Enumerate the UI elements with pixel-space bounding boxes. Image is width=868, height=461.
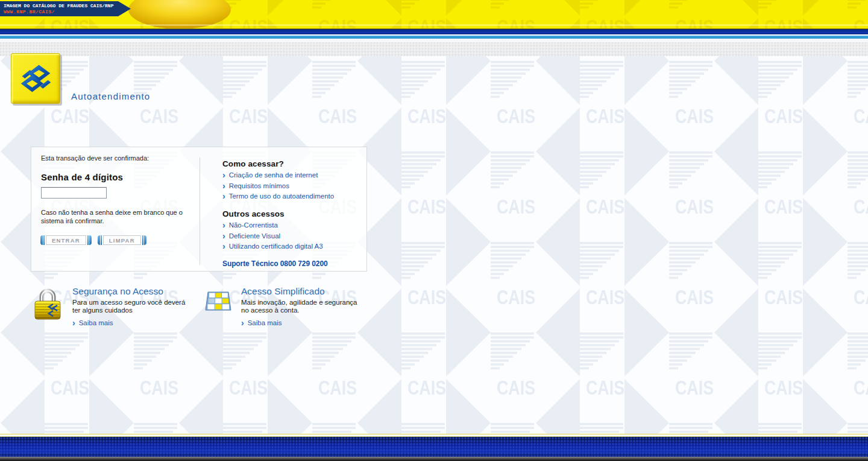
password-note: Caso não tenha a senha deixe em branco q… <box>41 208 190 225</box>
button-row: ENTRAR LIMPAR <box>40 235 153 245</box>
button-right-cap-icon <box>89 235 92 245</box>
help-link[interactable]: Termo de uso do autoatendimento <box>222 192 334 200</box>
page-title: Autoatendimento <box>71 91 150 101</box>
password-label: Senha de 4 dígitos <box>41 172 123 182</box>
button-right-bar-icon <box>142 235 143 245</box>
saiba-mais-label: Saiba mais <box>79 319 113 326</box>
button-left-cap-icon <box>98 235 100 245</box>
support-phone: Suporte Técnico 0800 729 0200 <box>222 259 328 268</box>
como-acessar-heading: Como acessar? <box>222 159 284 168</box>
chevron-right-icon <box>222 172 225 178</box>
ribbon-url[interactable]: WWW.RNP.BR/CAIS/ <box>4 9 55 14</box>
fraud-catalog-ribbon: IMAGEM DO CATÁLOGO DE FRAUDES CAIS/RNP W… <box>0 1 134 17</box>
ribbon-title: IMAGEM DO CATÁLOGO DE FRAUDES CAIS/RNP <box>4 3 113 8</box>
chevron-right-icon <box>72 320 75 326</box>
help-link-label: Utilizando certificado digital A3 <box>229 243 323 250</box>
como-acessar-links: Criação de senha de internet Requisitos … <box>222 171 334 203</box>
limpar-button[interactable]: LIMPAR <box>98 235 146 245</box>
feature-title: Acesso Simplificado <box>241 286 325 297</box>
chevron-right-icon <box>222 193 225 199</box>
bottom-strip <box>0 457 868 461</box>
login-panel: Esta transação deve ser confirmada: Senh… <box>31 147 367 272</box>
limpar-button-label: LIMPAR <box>103 235 141 245</box>
help-link-label: Criação de senha de internet <box>229 171 318 179</box>
chevron-right-icon <box>222 222 225 228</box>
button-right-cap-icon <box>144 235 146 245</box>
button-left-bar-icon <box>101 235 102 245</box>
entrar-button-label: ENTRAR <box>46 235 86 245</box>
button-right-bar-icon <box>87 235 89 245</box>
entrar-button[interactable]: ENTRAR <box>40 235 92 245</box>
page: CAIS CAIS <box>0 0 868 461</box>
feature-body: Para um acesso seguro você deverá ter al… <box>72 299 186 314</box>
help-link[interactable]: Deficiente Visual <box>222 232 323 240</box>
chevron-right-icon <box>222 243 225 249</box>
help-link-label: Deficiente Visual <box>229 232 280 240</box>
navy-bar <box>0 30 868 34</box>
help-link-label: Termo de uso do autoatendimento <box>229 192 335 200</box>
help-link[interactable]: Não-Correntista <box>222 221 323 229</box>
chevron-right-icon <box>222 233 225 239</box>
help-link-label: Não-Correntista <box>229 221 278 229</box>
keypad-grid-icon <box>204 290 233 317</box>
help-link[interactable]: Requisitos mínimos <box>222 182 334 189</box>
saiba-mais-label: Saiba mais <box>248 319 282 326</box>
banner-divider-line <box>0 25 868 25</box>
embossed-strip <box>0 42 868 56</box>
chevron-right-icon <box>241 320 244 326</box>
chevron-right-icon <box>222 183 225 189</box>
feature-body: Mais inovação, agilidade e segurança no … <box>241 299 365 314</box>
banco-do-brasil-logo <box>11 53 60 104</box>
outros-acessos-heading: Outros acessos <box>222 209 285 218</box>
bb-mark-icon <box>19 60 52 97</box>
outros-acessos-links: Não-Correntista Deficiente Visual Utiliz… <box>222 221 323 253</box>
button-left-bar-icon <box>43 235 45 245</box>
password-input[interactable] <box>41 187 107 199</box>
help-link[interactable]: Utilizando certificado digital A3 <box>222 243 323 250</box>
saiba-mais-link[interactable]: Saiba mais <box>241 319 282 326</box>
transaction-intro-text: Esta transação deve ser confirmada: <box>41 154 149 162</box>
button-left-cap-icon <box>40 235 43 245</box>
panel-divider <box>200 157 200 265</box>
feature-title: Segurança no Acesso <box>72 286 163 297</box>
help-link[interactable]: Criação de senha de internet <box>222 171 334 179</box>
content-area: CAIS CAIS <box>0 56 868 434</box>
footer-bar <box>0 437 868 457</box>
saiba-mais-link[interactable]: Saiba mais <box>72 319 113 326</box>
help-link-label: Requisitos mínimos <box>229 182 289 189</box>
padlock-icon <box>34 285 61 323</box>
